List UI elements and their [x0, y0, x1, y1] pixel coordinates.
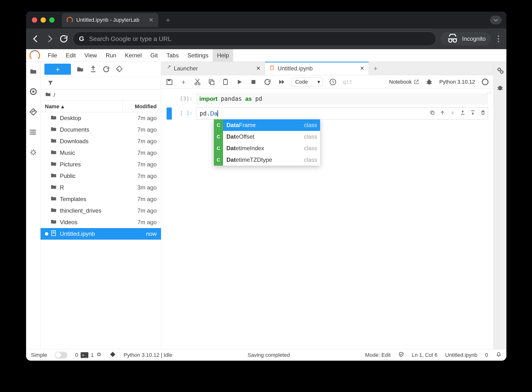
file-row[interactable]: Desktop7m ago	[41, 112, 161, 124]
restart-run-all-button[interactable]	[278, 78, 285, 86]
simple-mode-toggle[interactable]	[55, 352, 67, 358]
notebook-area[interactable]: [3]:import pandas as pd[ ]:pd.DaCDataFra…	[161, 89, 493, 349]
completion-item[interactable]: CDatetimeTZDtypeclass	[214, 154, 320, 166]
add-tab-button[interactable]: ＋	[369, 62, 382, 75]
bell-icon[interactable]	[496, 351, 502, 359]
cell-type-select[interactable]: Code	[292, 78, 323, 86]
cut-cell-button[interactable]	[194, 78, 201, 86]
filter-icon[interactable]	[47, 80, 54, 87]
address-bar[interactable]: G Search Google or type a URL	[73, 32, 436, 46]
add-cell-button[interactable]: ＋	[180, 78, 187, 86]
reload-button[interactable]	[59, 34, 69, 44]
git-branch-icon[interactable]	[110, 351, 116, 359]
menu-view[interactable]: View	[80, 49, 101, 61]
file-row[interactable]: Videos7m ago	[41, 216, 161, 228]
kernel-sessions-icon[interactable]	[96, 351, 102, 359]
completion-item[interactable]: CDataFrameclass	[214, 119, 320, 131]
file-row[interactable]: Downloads7m ago	[41, 135, 161, 147]
incognito-badge[interactable]: Incognito	[441, 32, 491, 46]
back-button[interactable]	[31, 34, 41, 44]
column-header-modified[interactable]: Modified	[122, 101, 161, 112]
status-kernel[interactable]: Python 3.10.12 | Idle	[124, 352, 172, 358]
git-tab-icon[interactable]	[29, 108, 37, 116]
file-row[interactable]: Pictures7m ago	[41, 159, 161, 170]
menu-git[interactable]: Git	[146, 49, 162, 61]
refresh-button[interactable]	[102, 65, 110, 73]
kernel-name[interactable]: Python 3.10.12	[439, 79, 475, 85]
restart-kernel-button[interactable]	[264, 78, 271, 86]
toc-tab-icon[interactable]	[29, 128, 37, 136]
notebook-icon	[269, 65, 275, 72]
new-tab-button[interactable]: ＋	[162, 14, 174, 26]
menu-run[interactable]: Run	[101, 49, 121, 61]
code-cell[interactable]: [3]:import pandas as pd	[167, 93, 488, 105]
move-up-icon[interactable]	[440, 109, 445, 116]
file-name: Untitled.ipynb	[60, 230, 123, 237]
completion-item[interactable]: CDateOffsetclass	[214, 131, 320, 142]
folder-icon	[50, 195, 57, 203]
paste-cell-button[interactable]	[222, 78, 229, 86]
status-doc[interactable]: Untitled.ipynb	[445, 352, 477, 358]
file-modified: 3m ago	[123, 184, 157, 191]
file-row[interactable]: Templates7m ago	[41, 193, 161, 205]
save-button[interactable]	[166, 78, 173, 86]
code-cell[interactable]: [ ]:pd.DaCDataFrameclassCDateOffsetclass…	[167, 108, 488, 120]
close-icon[interactable]: ✕	[256, 65, 260, 72]
move-down-icon[interactable]	[450, 109, 455, 116]
delete-cell-icon[interactable]	[480, 109, 486, 116]
forward-button[interactable]	[45, 34, 55, 44]
menu-kernel[interactable]: Kernel	[121, 49, 146, 61]
insert-above-icon[interactable]	[460, 109, 465, 116]
menu-settings[interactable]: Settings	[183, 49, 213, 61]
debugger-panel-icon[interactable]	[496, 84, 504, 92]
code-editor[interactable]: import pandas as pd	[196, 93, 488, 105]
git-status[interactable]: git	[343, 79, 353, 85]
jupyter-logo	[29, 50, 40, 61]
svg-rect-8	[52, 232, 55, 232]
menu-help[interactable]: Help	[213, 49, 233, 61]
window-close-button[interactable]	[32, 17, 37, 23]
completion-label: DateOffset	[223, 133, 304, 140]
new-folder-button[interactable]	[76, 65, 84, 73]
tab-close-icon[interactable]: ✕	[149, 17, 154, 23]
upload-button[interactable]	[89, 65, 97, 73]
menu-tabs[interactable]: Tabs	[162, 49, 183, 61]
file-row[interactable]: Music7m ago	[41, 147, 161, 159]
running-tab-icon[interactable]	[29, 88, 37, 95]
svg-rect-17	[224, 79, 227, 84]
git-toggle-button[interactable]	[115, 65, 123, 73]
new-launcher-button[interactable]: ＋	[44, 64, 71, 75]
file-row[interactable]: Untitled.ipynbnow	[41, 228, 161, 240]
doc-tab[interactable]: Launcher✕	[161, 62, 265, 75]
terminal-icon[interactable]: >_	[81, 352, 88, 358]
render-time-icon[interactable]	[329, 78, 337, 86]
tab-list-button[interactable]	[490, 16, 502, 24]
property-inspector-icon[interactable]	[496, 67, 504, 74]
window-zoom-button[interactable]	[49, 17, 55, 23]
browser-menu-button[interactable]	[495, 35, 502, 42]
filebrowser-tab-icon[interactable]	[29, 68, 37, 75]
cell-overflow-icon[interactable]: ⋯	[487, 90, 492, 96]
menu-edit[interactable]: Edit	[62, 49, 80, 61]
file-row[interactable]: R3m ago	[41, 182, 161, 193]
file-row[interactable]: thinclient_drives7m ago	[41, 205, 161, 216]
run-button[interactable]	[236, 78, 243, 86]
breadcrumb-root[interactable]: /	[54, 92, 55, 98]
extensions-tab-icon[interactable]	[29, 149, 37, 156]
duplicate-cell-icon[interactable]	[430, 109, 435, 116]
window-minimize-button[interactable]	[41, 17, 46, 23]
close-icon[interactable]: ✕	[360, 65, 364, 72]
insert-below-icon[interactable]	[470, 109, 476, 116]
browser-tab[interactable]: Untitled.ipynb - JupyterLab ✕	[62, 13, 158, 27]
file-row[interactable]: Documents7m ago	[41, 124, 161, 135]
copy-cell-button[interactable]	[208, 78, 215, 86]
trust-shield-icon[interactable]	[398, 351, 404, 359]
debug-button[interactable]	[425, 78, 433, 86]
doc-tab[interactable]: Untitled.ipynb✕	[265, 62, 369, 75]
file-row[interactable]: Public7m ago	[41, 170, 161, 182]
menu-file[interactable]: File	[43, 49, 62, 61]
column-header-name[interactable]: Name ▴	[41, 103, 122, 110]
completion-item[interactable]: CDatetimeIndexclass	[214, 142, 320, 154]
trusted-indicator[interactable]: Notebook	[389, 79, 419, 85]
stop-button[interactable]	[250, 78, 257, 86]
